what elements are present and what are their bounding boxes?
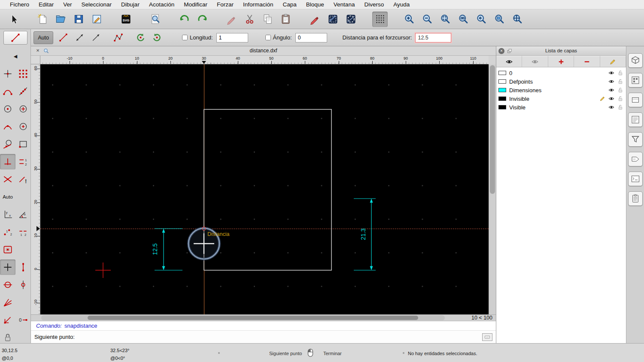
- select-region-button[interactable]: [325, 12, 340, 27]
- snap-middle-button[interactable]: [0, 119, 15, 134]
- menu-ver[interactable]: Ver: [58, 0, 76, 9]
- angle-checkbox[interactable]: [265, 35, 271, 40]
- line-segment-button[interactable]: [56, 31, 70, 44]
- command-input[interactable]: [79, 332, 482, 342]
- layer-lock-toggle[interactable]: [617, 69, 624, 76]
- pen-button[interactable]: [307, 12, 322, 27]
- print-preview-button[interactable]: [147, 12, 163, 27]
- layer-visibility-toggle[interactable]: [608, 87, 615, 94]
- menu-informacion[interactable]: Información: [238, 0, 278, 9]
- redo-button[interactable]: [194, 12, 210, 27]
- layer-lock-toggle[interactable]: [617, 87, 624, 94]
- grid-toggle-button[interactable]: [372, 12, 388, 27]
- draw-circle-dashed-button[interactable]: [343, 12, 358, 27]
- zoom-previous-button[interactable]: [474, 12, 489, 27]
- crosshair-plus-button[interactable]: [0, 259, 15, 275]
- vertical-scrollbar[interactable]: [489, 64, 496, 314]
- line-arrow-button[interactable]: [88, 31, 103, 44]
- circle-plus-button[interactable]: [15, 101, 31, 117]
- segments-numbered-button[interactable]: 12: [15, 224, 31, 240]
- snap-grid-button[interactable]: [15, 66, 31, 81]
- snap-center-button[interactable]: [0, 101, 15, 117]
- remove-layer-button[interactable]: [574, 56, 600, 67]
- menu-diverso[interactable]: Diverso: [359, 0, 389, 9]
- snap-on-entity-button[interactable]: [15, 84, 31, 99]
- circle-crossline-button[interactable]: [0, 277, 15, 293]
- lines-numbered-button[interactable]: 12: [15, 154, 31, 169]
- add-layer-button[interactable]: [548, 56, 574, 67]
- layer-lock-toggle[interactable]: [617, 78, 624, 85]
- zoom-in-button[interactable]: [401, 12, 417, 27]
- snap-endpoint-button[interactable]: [0, 84, 15, 99]
- selection-frame-button[interactable]: [0, 242, 15, 257]
- block-list-panel-button[interactable]: [628, 73, 643, 87]
- layer-row-0[interactable]: 0: [496, 69, 626, 77]
- zoom-pan-button[interactable]: [510, 12, 525, 27]
- toggle-construction-layers-button[interactable]: [522, 56, 548, 67]
- snap-distance-input[interactable]: [415, 33, 451, 42]
- lock-button[interactable]: [0, 330, 15, 343]
- new-file-button[interactable]: [35, 12, 50, 27]
- layer-panel-panel-button[interactable]: [628, 93, 643, 107]
- dimension-tag-panel-button[interactable]: [628, 152, 643, 166]
- zoom-window-button[interactable]: [492, 12, 507, 27]
- line-both-arrows-button[interactable]: [72, 31, 87, 44]
- snap-intersection-button[interactable]: [0, 172, 15, 187]
- menu-seleccionar[interactable]: Seleccionar: [77, 0, 117, 9]
- current-tool-button[interactable]: [3, 31, 27, 45]
- menu-dibujar[interactable]: Dibujar: [116, 0, 144, 9]
- menu-ayuda[interactable]: Ayuda: [389, 0, 414, 9]
- layer-visibility-toggle[interactable]: [608, 104, 615, 111]
- command-console-panel-button[interactable]: [628, 172, 643, 186]
- layer-visibility-toggle[interactable]: [608, 95, 615, 102]
- copy-button[interactable]: [260, 12, 275, 27]
- menu-fichero[interactable]: Fichero: [5, 0, 34, 9]
- redo-segment-button[interactable]: [149, 31, 164, 44]
- ray-marker-button[interactable]: [0, 312, 15, 328]
- undo-button[interactable]: [176, 12, 192, 27]
- polyline-nodes-button[interactable]: [111, 31, 125, 44]
- menu-modificar[interactable]: Modificar: [179, 0, 212, 9]
- clipboard-panel-panel-button[interactable]: [628, 191, 643, 206]
- paste-button[interactable]: [278, 12, 293, 27]
- undo-segment-button[interactable]: [133, 31, 148, 44]
- layer-row-defpoints[interactable]: Defpoints: [496, 77, 626, 86]
- pen-inactive-button[interactable]: [224, 12, 239, 27]
- svg-export-button[interactable]: SVG: [118, 12, 134, 27]
- horizontal-scrollbar-thumb[interactable]: [88, 316, 418, 320]
- command-widget-toggle-button[interactable]: [482, 333, 492, 341]
- menu-ventana[interactable]: Ventana: [329, 0, 360, 9]
- coords-cartesian-button[interactable]: yx: [0, 207, 15, 222]
- layer-row-dimensiones[interactable]: Dimensiones: [496, 86, 626, 94]
- layer-lock-toggle[interactable]: [617, 95, 624, 102]
- drawing-canvas[interactable]: 12.5 21.3 Distancia: [40, 64, 489, 314]
- pointer-button[interactable]: [6, 12, 21, 27]
- coords-polar-button[interactable]: α: [15, 207, 31, 222]
- cut-button[interactable]: [242, 12, 257, 27]
- layer-visibility-toggle[interactable]: [608, 78, 615, 85]
- menu-acotacion[interactable]: Acotación: [144, 0, 179, 9]
- layer-lock-toggle[interactable]: [617, 104, 624, 111]
- length-checkbox[interactable]: [182, 35, 188, 40]
- zoom-out-button[interactable]: [419, 12, 435, 27]
- zoom-redraw-button[interactable]: [456, 12, 471, 27]
- library-browser-panel-button[interactable]: [628, 53, 643, 68]
- angle-input[interactable]: [295, 33, 327, 42]
- open-file-button[interactable]: [53, 12, 68, 27]
- zoom-auto-button[interactable]: [437, 12, 453, 27]
- line-warning-button[interactable]: !: [15, 172, 31, 187]
- layer-row-visible[interactable]: Visible: [496, 103, 626, 112]
- menu-bloque[interactable]: Bloque: [301, 0, 329, 9]
- snap-auto-button[interactable]: Auto: [33, 31, 53, 44]
- palette-collapse-button[interactable]: ◀: [0, 51, 31, 61]
- angle-rays-button[interactable]: [0, 295, 15, 310]
- vline-circle-button[interactable]: [15, 277, 31, 293]
- layer-visibility-toggle[interactable]: [608, 69, 615, 76]
- vertical-scrollbar-thumb[interactable]: [490, 65, 495, 194]
- menu-editar[interactable]: Editar: [34, 0, 58, 9]
- rect-corner-button[interactable]: [15, 136, 31, 152]
- edit-drawing-button[interactable]: [89, 12, 104, 27]
- menu-capa[interactable]: Capa: [278, 0, 301, 9]
- snap-auto-mode-button[interactable]: Auto: [0, 189, 15, 205]
- length-input[interactable]: [216, 33, 248, 42]
